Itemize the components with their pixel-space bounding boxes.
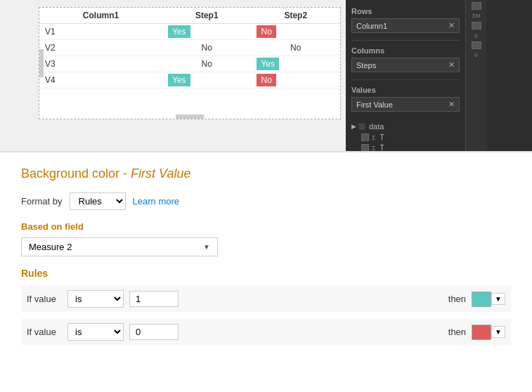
values-label: Values bbox=[351, 86, 460, 94]
columns-remove-icon[interactable]: ✕ bbox=[448, 60, 455, 70]
rule2-value-input[interactable] bbox=[129, 324, 179, 340]
based-on-section: Based on field Measure 2 ▼ bbox=[21, 221, 511, 256]
col-header-step2: Step2 bbox=[251, 8, 340, 24]
rule2-then-label: then bbox=[448, 327, 466, 337]
v-label: V bbox=[474, 52, 478, 58]
fields-section: Rows Column1 ✕ Columns Steps ✕ Values bbox=[346, 0, 465, 151]
table-row: V3 No Yes bbox=[39, 56, 340, 72]
rules-section: Rules If value is then ▼ If value is the… bbox=[21, 268, 511, 345]
columns-label: Columns bbox=[351, 46, 460, 55]
cell-v1-step2: No bbox=[251, 24, 340, 40]
cell-v4-step2: No bbox=[251, 72, 340, 89]
table-row: V4 Yes No bbox=[39, 72, 340, 89]
rule1-if-label: If value bbox=[27, 294, 62, 304]
p-label: p bbox=[474, 32, 477, 39]
format-by-label: Format by bbox=[21, 196, 63, 207]
dialog-title-static: Background color - bbox=[21, 166, 131, 181]
table-grid-icon: ▦ bbox=[358, 122, 365, 131]
sigma-icon: Σ bbox=[372, 134, 376, 141]
table-row: V2 No No bbox=[39, 40, 340, 56]
canvas-area: ⊡ ··· Column1 Step1 Step2 V1 Yes No V2 bbox=[0, 0, 532, 151]
divider bbox=[351, 79, 460, 80]
cell-v2-col1: V2 bbox=[39, 40, 162, 56]
cell-v3-step2: Yes bbox=[251, 56, 340, 72]
format-by-row: Format by Rules Learn more bbox=[21, 192, 511, 210]
rule2-condition-select[interactable]: is bbox=[67, 323, 124, 341]
right-panel: Rows Column1 ✕ Columns Steps ✕ Values bbox=[346, 0, 532, 151]
icon-row-sigma-m: ΣM bbox=[472, 13, 481, 19]
table-visual: Column1 Step1 Step2 V1 Yes No V2 No No V… bbox=[39, 7, 341, 119]
rule1-value-input[interactable] bbox=[129, 291, 179, 307]
resize-handle-left[interactable] bbox=[39, 49, 44, 77]
cell-v2-step2: No bbox=[251, 40, 340, 56]
rows-label: Rows bbox=[351, 7, 460, 15]
data-table: Column1 Step1 Step2 V1 Yes No V2 No No V… bbox=[39, 8, 340, 89]
tree-child-t1[interactable]: Σ T bbox=[361, 132, 460, 143]
icon-box-2[interactable] bbox=[472, 22, 481, 30]
rule1-color-dropdown[interactable]: ▼ bbox=[491, 293, 505, 305]
dialog-panel: Background color - First Value Format by… bbox=[0, 151, 532, 392]
tree-arrow-icon: ▶ bbox=[351, 123, 356, 130]
rule-row-2: If value is then ▼ bbox=[21, 319, 511, 345]
dialog-title-italic: First Value bbox=[131, 166, 190, 181]
col-header-column1: Column1 bbox=[39, 8, 162, 24]
columns-field[interactable]: Steps ✕ bbox=[351, 58, 460, 72]
cell-v2-step1: No bbox=[162, 40, 252, 56]
sigma-icon-2: Σ bbox=[372, 145, 376, 152]
values-remove-icon[interactable]: ✕ bbox=[448, 100, 455, 109]
rule2-color-dropdown[interactable]: ▼ bbox=[491, 326, 505, 338]
rule1-then-label: then bbox=[448, 294, 466, 304]
right-icons-column: ΣM p V bbox=[465, 0, 486, 151]
resize-handle-bottom[interactable] bbox=[176, 115, 204, 119]
learn-more-link[interactable]: Learn more bbox=[133, 196, 179, 207]
rules-title: Rules bbox=[21, 268, 511, 279]
rows-remove-icon[interactable]: ✕ bbox=[448, 21, 455, 30]
tree-data-label: data bbox=[369, 122, 384, 131]
rule1-color-group: ▼ bbox=[472, 292, 505, 307]
rule2-if-label: If value bbox=[27, 327, 62, 337]
cell-v1-step1: Yes bbox=[162, 24, 252, 40]
rule2-color-swatch[interactable] bbox=[472, 325, 491, 340]
checkbox-t1[interactable] bbox=[361, 133, 369, 141]
based-on-label: Based on field bbox=[21, 221, 511, 232]
rule1-condition-select[interactable]: is bbox=[67, 290, 124, 308]
rule1-color-swatch[interactable] bbox=[472, 292, 491, 307]
icon-box-3[interactable] bbox=[472, 41, 481, 49]
cell-v1-col1: V1 bbox=[39, 24, 162, 40]
sigma-m-icon: ΣM bbox=[472, 13, 481, 19]
values-field[interactable]: First Value ✕ bbox=[351, 97, 460, 112]
dialog-title: Background color - First Value bbox=[21, 166, 511, 181]
cell-v3-col1: V3 bbox=[39, 56, 162, 72]
field-value: Measure 2 bbox=[29, 242, 72, 252]
tree-item-data[interactable]: ▶ ▦ data bbox=[351, 120, 460, 132]
cell-v3-step1: No bbox=[162, 56, 252, 72]
rule2-color-group: ▼ bbox=[472, 325, 505, 340]
rule-row-1: If value is then ▼ bbox=[21, 286, 511, 312]
divider bbox=[351, 40, 460, 41]
cell-v4-step1: Yes bbox=[162, 72, 252, 89]
table-row: V1 Yes No bbox=[39, 24, 340, 40]
format-by-select[interactable]: Rules bbox=[70, 192, 126, 210]
icon-box-1[interactable] bbox=[472, 2, 481, 10]
rows-field[interactable]: Column1 ✕ bbox=[351, 18, 460, 33]
col-header-step1: Step1 bbox=[162, 8, 252, 24]
tree-children: Σ T Σ T bbox=[351, 132, 460, 153]
field-dropdown[interactable]: Measure 2 ▼ bbox=[21, 237, 218, 256]
cell-v4-col1: V4 bbox=[39, 72, 162, 89]
dropdown-arrow-icon: ▼ bbox=[203, 243, 210, 251]
